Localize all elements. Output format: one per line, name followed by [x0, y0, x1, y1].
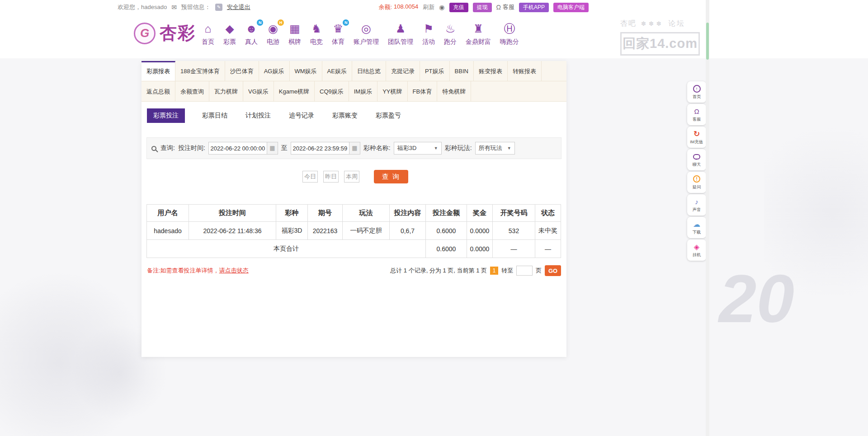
home-icon-wrap: ⌂: [204, 21, 211, 36]
subtab-lottery-bets[interactable]: 彩票投注: [147, 108, 185, 123]
tab-balance-query[interactable]: 余额查询: [175, 81, 209, 102]
background-number-watermark: 20: [719, 260, 794, 338]
today-button[interactable]: 今日: [302, 171, 318, 183]
sidebar-customer-service[interactable]: Ω 客服: [687, 104, 706, 125]
query-button[interactable]: 查 询: [374, 170, 408, 183]
tab-188-sports[interactable]: 188金宝博体育: [175, 61, 225, 81]
service-link[interactable]: Ω 客服: [496, 3, 514, 11]
sidebar-sound[interactable]: ♪ 声音: [687, 194, 706, 216]
subtab-lottery-account-change[interactable]: 彩票账变: [331, 108, 359, 123]
main-nav: ⌂ 首页 ◆ 彩票 ☻ N 真人 ◉ H 电游 ▦ 棋牌 ♞ 电竞: [197, 21, 524, 46]
tab-vg[interactable]: VG娱乐: [243, 81, 274, 102]
nav-item-esports[interactable]: ♞ 电竞: [306, 21, 327, 46]
this-week-button[interactable]: 本周: [344, 171, 359, 183]
edit-icon[interactable]: ✎: [215, 4, 222, 11]
nav-item-live-casino[interactable]: ☻ N 真人: [241, 21, 262, 46]
bet-time-from-input[interactable]: [208, 142, 267, 155]
sidebar-home[interactable]: ↑ 首页: [687, 81, 706, 103]
date-to-group: ▦: [291, 142, 360, 155]
mobile-app-button[interactable]: 手机APP: [519, 3, 549, 12]
tab-saba-sports[interactable]: 沙巴体育: [225, 61, 259, 81]
play-type-select-value: 所有玩法: [479, 144, 502, 152]
nav-item-promotions[interactable]: ⚑ 活动: [418, 21, 439, 46]
tab-account-change-report[interactable]: 账变报表: [474, 61, 508, 81]
tab-im[interactable]: IM娱乐: [349, 81, 377, 102]
tab-pt[interactable]: PT娱乐: [420, 61, 450, 81]
tab-kgame[interactable]: Kgame棋牌: [274, 81, 315, 102]
nav-item-golden-wealth[interactable]: ♜ 金鼎财富: [461, 21, 495, 46]
eye-off-icon[interactable]: ◉: [439, 4, 444, 11]
tab-transfer-report[interactable]: 转账报表: [508, 61, 542, 81]
subtab-plan-bets[interactable]: 计划投注: [245, 108, 272, 123]
sidebar-im-recharge[interactable]: ↻ IM充值: [687, 127, 706, 148]
tab-rebate-total[interactable]: 返点总额: [142, 81, 175, 102]
sidebar-label: 客服: [693, 116, 701, 122]
nav-item-electronic-games[interactable]: ◉ H 电游: [262, 21, 284, 46]
live-casino-icon: ☻: [245, 21, 257, 36]
main-panel: 彩票报表 188金宝博体育 沙巴体育 AG娱乐 WM娱乐 AE娱乐 日结总览 充…: [142, 61, 566, 357]
site-logo[interactable]: G 杏彩: [134, 22, 196, 45]
tab-lottery-report[interactable]: 彩票报表: [142, 61, 175, 81]
yesterday-button[interactable]: 昨日: [323, 171, 339, 183]
nav-item-label: 真人: [245, 38, 258, 46]
nav-item-hi-paofen[interactable]: Ⓗ 嗨跑分: [495, 21, 524, 46]
floating-sidebar: ↑ 首页 Ω 客服 ↻ IM充值 聊天 ! 疑问 ♪ 声音 ☁ 下载 ◈ 挂机: [687, 81, 706, 262]
tab-yy[interactable]: YY棋牌: [377, 81, 407, 102]
nav-item-sports[interactable]: ♛ N 体育: [327, 21, 349, 46]
nav-item-label: 电游: [267, 38, 279, 46]
refresh-button[interactable]: 刷新: [423, 3, 434, 11]
goto-page-input[interactable]: [516, 266, 533, 276]
nav-item-account-management[interactable]: ◎ 账户管理: [349, 21, 383, 46]
nav-item-paofen[interactable]: ♨ 跑分: [439, 21, 461, 46]
calendar-icon[interactable]: ▦: [349, 142, 360, 155]
tab-ae[interactable]: AE娱乐: [322, 61, 352, 81]
tab-deposit-withdraw-records[interactable]: 充提记录: [386, 61, 420, 81]
subtab-lottery-daily[interactable]: 彩票日结: [201, 108, 228, 123]
mail-icon[interactable]: ✉: [171, 4, 177, 11]
scrollbar-thumb[interactable]: [706, 23, 709, 60]
nav-item-team-management[interactable]: ♟ 团队管理: [383, 21, 418, 46]
tab-bbin[interactable]: BBIN: [450, 61, 474, 81]
nav-item-label: 跑分: [444, 38, 457, 46]
sidebar-download[interactable]: ☁ 下载: [687, 217, 706, 238]
tab-cq9[interactable]: CQ9娱乐: [315, 81, 349, 102]
topbar-right: 余额: 108.0054 刷新 ◉ 充值 提现 Ω 客服 手机APP 电脑客户端: [378, 3, 589, 12]
tab-ag[interactable]: AG娱乐: [259, 61, 290, 81]
pc-client-button[interactable]: 电脑客户端: [553, 3, 589, 12]
lottery-icon: ◆: [225, 21, 234, 36]
tab-wm[interactable]: WM娱乐: [290, 61, 322, 81]
account-icon: ◎: [361, 21, 371, 36]
sidebar-question[interactable]: ! 疑问: [687, 172, 706, 193]
tab-fb-sports[interactable]: FB体育: [408, 81, 438, 102]
withdraw-button[interactable]: 提现: [473, 3, 492, 12]
current-page-badge[interactable]: 1: [490, 267, 498, 275]
logout-link[interactable]: 安全退出: [227, 3, 250, 11]
headset-icon: Ω: [694, 107, 699, 116]
calendar-icon[interactable]: ▦: [267, 142, 278, 155]
nav-item-lottery[interactable]: ◆ 彩票: [219, 21, 241, 46]
tab-wali-games[interactable]: 瓦力棋牌: [209, 81, 243, 102]
site-watermark: 杏吧 ✽✽✽ 论坛 回家14.com: [620, 19, 700, 56]
chat-bubble-icon: [693, 152, 700, 161]
tab-temian-games[interactable]: 特免棋牌: [437, 81, 471, 102]
nav-item-home[interactable]: ⌂ 首页: [197, 21, 219, 46]
tab-daily-summary[interactable]: 日结总览: [352, 61, 386, 81]
nav-item-label: 金鼎财富: [466, 38, 491, 46]
note-status-link[interactable]: 请点击状态: [219, 267, 249, 274]
sidebar-chat[interactable]: 聊天: [687, 149, 706, 170]
go-button[interactable]: GO: [545, 265, 561, 276]
sidebar-hangup[interactable]: ◈ 挂机: [687, 239, 706, 261]
status-cell[interactable]: 未中奖: [535, 222, 561, 240]
lottery-select-value: 福彩3D: [397, 144, 417, 152]
bet-time-to-input[interactable]: [291, 142, 349, 155]
sports-icon: ♛: [333, 21, 343, 36]
recharge-cycle-icon: ↻: [693, 130, 700, 138]
page-scrollbar[interactable]: [706, 0, 709, 436]
subtab-chase-records[interactable]: 追号记录: [288, 108, 315, 123]
recharge-button[interactable]: 充值: [449, 3, 468, 12]
play-type-select[interactable]: 所有玩法 ▼: [475, 142, 515, 155]
header-cell-play: 玩法: [343, 205, 390, 222]
subtab-lottery-profit[interactable]: 彩票盈亏: [375, 108, 402, 123]
lottery-select[interactable]: 福彩3D ▼: [394, 142, 442, 155]
nav-item-board-games[interactable]: ▦ 棋牌: [284, 21, 306, 46]
